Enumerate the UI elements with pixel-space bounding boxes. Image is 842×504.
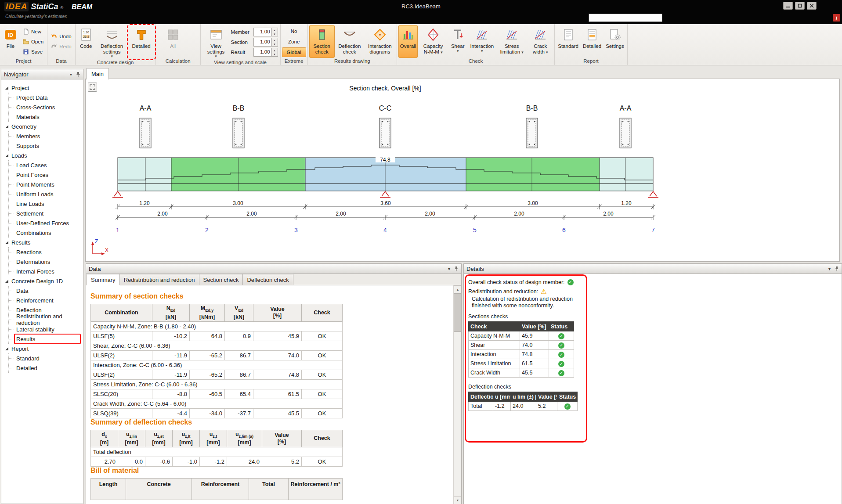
extreme-global-button[interactable]: Global — [282, 47, 306, 57]
nav-node-loads[interactable]: Loads — [1, 151, 83, 160]
extreme-zone-button[interactable]: Zone — [282, 37, 306, 47]
section-scale-up[interactable]: ▲ — [272, 38, 278, 42]
details-deflection-table: Deflection u [mm] u lim (±) [mm Value [%… — [468, 392, 578, 411]
expand-triangle-icon — [5, 347, 8, 350]
expand-triangle-icon — [5, 154, 8, 157]
nav-item-cross-sections[interactable]: Cross-Sections — [9, 102, 83, 112]
nav-item-load-cases[interactable]: Load Cases — [9, 160, 83, 170]
ok-status-icon: ✓ — [558, 352, 564, 358]
redo-button[interactable]: Redo — [49, 42, 74, 51]
member-scale-down[interactable]: ▼ — [272, 32, 278, 36]
nav-item-point-forces[interactable]: Point Forces — [9, 170, 83, 180]
nav-item-data[interactable]: Data — [9, 286, 83, 295]
scrollbar-thumb[interactable] — [454, 293, 461, 332]
minimize-button[interactable] — [783, 2, 793, 10]
svg-text:B-B: B-B — [526, 104, 538, 112]
nav-item-supports[interactable]: Supports — [9, 141, 83, 151]
warning-icon: ⚠ — [541, 288, 546, 295]
details-panel-menu-caret-icon[interactable]: ▾ — [828, 266, 831, 271]
interaction-check-button[interactable]: Interaction ▾ — [468, 25, 496, 58]
nav-item-point-moments[interactable]: Point Moments — [9, 180, 83, 189]
nav-node-concrete-design[interactable]: Concrete Design 1D — [1, 276, 83, 286]
nav-item-report-detailed[interactable]: Detailed — [9, 363, 83, 373]
section-check-button[interactable]: Section check — [309, 25, 335, 58]
new-button[interactable]: New — [21, 27, 46, 36]
tab-summary[interactable]: Summary — [87, 274, 120, 285]
data-panel: Data ▾ Summary Redistribution and reduct… — [86, 263, 462, 504]
nav-node-geometry[interactable]: Geometry — [1, 122, 83, 131]
member-scale-up[interactable]: ▲ — [272, 28, 278, 32]
stress-limitation-button[interactable]: Stress limitation ▾ — [497, 25, 527, 58]
data-panel-menu-caret-icon[interactable]: ▾ — [448, 266, 450, 271]
result-scale-value[interactable]: 1.00 — [254, 48, 271, 56]
result-scale-up[interactable]: ▲ — [272, 48, 278, 52]
maximize-button[interactable] — [795, 2, 805, 10]
zone-row: Stress Limitation, Zone: C-C (6.00 - 6.3… — [91, 379, 343, 389]
crack-width-button[interactable]: Crack width ▾ — [528, 25, 553, 58]
scroll-down-button[interactable]: ▼ — [454, 496, 461, 504]
shear-check-button[interactable]: Shear ▾ — [448, 25, 467, 58]
tab-redistribution[interactable]: Redistribution and reduction — [120, 274, 199, 285]
interaction-diagrams-button[interactable]: Interaction diagrams — [365, 25, 395, 58]
nav-item-project-data[interactable]: Project Data — [9, 93, 83, 102]
nav-node-report[interactable]: Report — [1, 344, 83, 353]
save-button[interactable]: Save — [21, 47, 46, 56]
nav-item-results-selected[interactable]: Results — [9, 334, 83, 344]
navigator-menu-caret-icon[interactable]: ▾ — [70, 72, 72, 77]
window-title: RC3.IdeaBeam — [0, 3, 842, 10]
capacity-nmm-button[interactable]: Capacity N-M-M ▾ — [419, 25, 448, 58]
fit-view-button[interactable] — [88, 83, 97, 92]
nav-item-internal-forces[interactable]: Internal Forces — [9, 266, 83, 276]
section-scale-down[interactable]: ▼ — [272, 42, 278, 46]
table-row: Shear74.0✓ — [469, 341, 574, 350]
nav-item-reactions[interactable]: Reactions — [9, 247, 83, 257]
pin-icon[interactable] — [835, 266, 839, 272]
overall-check-button[interactable]: Overall — [398, 25, 418, 58]
close-button[interactable] — [807, 2, 817, 10]
result-scale-down[interactable]: ▼ — [272, 52, 278, 56]
nav-node-results[interactable]: Results — [1, 238, 83, 247]
tab-main[interactable]: Main — [86, 68, 109, 79]
nav-item-line-loads[interactable]: Line Loads — [9, 199, 83, 209]
nav-item-combinations[interactable]: Combinations — [9, 228, 83, 238]
col-uz-lt: uz,lt[mm] — [173, 430, 200, 447]
tab-section-check[interactable]: Section check — [199, 274, 243, 285]
nav-item-uniform-loads[interactable]: Uniform Loads — [9, 189, 83, 199]
nav-item-user-defined-forces[interactable]: User-Defined Forces — [9, 218, 83, 228]
view-settings-button[interactable]: View settings ▾ — [202, 25, 230, 59]
ok-status-icon: ✓ — [558, 333, 564, 339]
extreme-no-button[interactable]: No — [282, 26, 306, 36]
open-button[interactable]: Open — [21, 37, 46, 46]
scroll-up-button[interactable]: ▲ — [454, 285, 461, 294]
nav-item-settlement[interactable]: Settlement — [9, 209, 83, 218]
search-input[interactable] — [589, 15, 661, 21]
tab-deflection-check[interactable]: Deflection check — [243, 274, 293, 285]
detailed-design-button[interactable]: Detailed — [129, 25, 154, 50]
nav-item-members[interactable]: Members — [9, 131, 83, 141]
nav-item-lateral-stability[interactable]: Lateral stability — [9, 324, 83, 334]
pin-icon[interactable] — [76, 72, 80, 77]
deflection-check-button[interactable]: Deflection check — [336, 25, 364, 58]
ok-status-icon: ✓ — [558, 342, 564, 349]
nav-item-materials[interactable]: Materials — [9, 112, 83, 122]
nav-item-redistribution[interactable]: Redistribution and reduction — [9, 315, 83, 324]
member-scale-value[interactable]: 1.00 — [254, 28, 271, 36]
search-icon[interactable] — [661, 14, 661, 21]
report-settings-button[interactable]: Settings — [604, 25, 626, 58]
deflection-settings-button[interactable]: Deflection settings ▾ — [96, 25, 128, 59]
info-button[interactable]: i — [833, 14, 840, 22]
svg-text:2.00: 2.00 — [425, 211, 435, 217]
undo-button[interactable]: Undo — [49, 32, 74, 41]
section-scale-value[interactable]: 1.00 — [254, 38, 271, 46]
nav-item-report-standard[interactable]: Standard — [9, 353, 83, 363]
code-button[interactable]: 1.9025.8 Code — [77, 25, 95, 59]
capacity-diagram-icon — [426, 27, 441, 42]
nav-item-reinforcement[interactable]: Reinforcement — [9, 295, 83, 305]
report-standard-button[interactable]: Standard — [556, 25, 580, 58]
file-button[interactable]: ID File — [1, 25, 20, 58]
nav-item-deformations[interactable]: Deformations — [9, 257, 83, 266]
nav-node-project[interactable]: Project — [1, 83, 83, 93]
pin-icon[interactable] — [454, 266, 459, 272]
calculate-all-button[interactable]: All — [164, 25, 182, 58]
report-detailed-button[interactable]: Detailed — [581, 25, 603, 58]
